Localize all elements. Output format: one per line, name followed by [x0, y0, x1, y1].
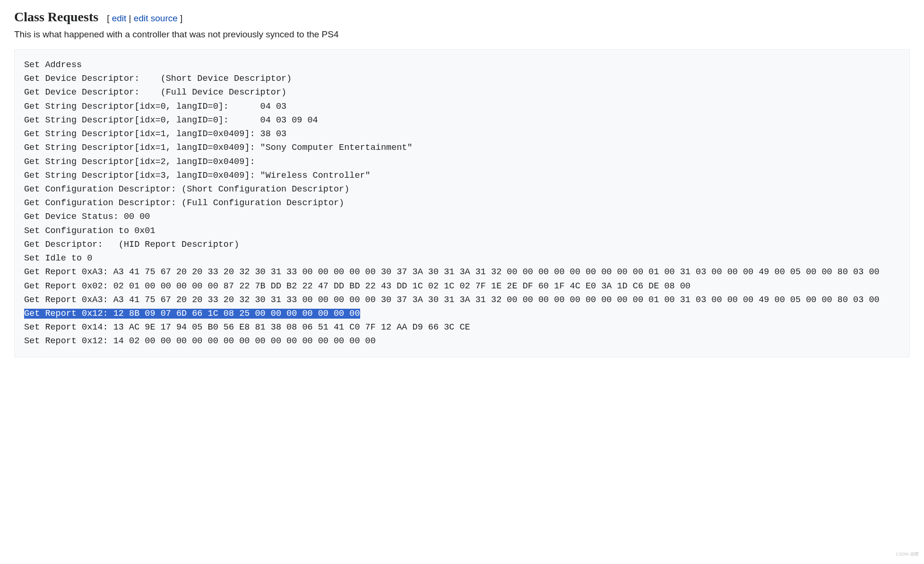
code-line-highlighted: Get Report 0x12: 12 8B 09 07 6D 66 1C 08…	[24, 309, 360, 319]
section-description: This is what happened with a controller …	[14, 29, 910, 40]
code-line: Set Idle to 0	[24, 253, 92, 263]
code-line: Get Descriptor: (HID Report Descriptor)	[24, 240, 239, 250]
edit-sep: |	[126, 13, 134, 23]
code-line: Set Address	[24, 60, 82, 70]
code-line: Get String Descriptor[idx=2, langID=0x04…	[24, 157, 255, 167]
code-line: Get Device Descriptor: (Full Device Desc…	[24, 87, 286, 97]
code-line: Get Report 0xA3: A3 41 75 67 20 20 33 20…	[24, 295, 880, 305]
bracket-open: [	[107, 13, 112, 23]
edit-link[interactable]: edit	[112, 13, 127, 23]
code-line: Get String Descriptor[idx=0, langID=0]: …	[24, 115, 318, 125]
section-heading: Class Requests	[14, 9, 98, 25]
bracket-close: ]	[178, 13, 183, 23]
code-line: Get Device Descriptor: (Short Device Des…	[24, 74, 292, 84]
code-line: Get String Descriptor[idx=3, langID=0x04…	[24, 171, 371, 181]
code-line: Get Configuration Descriptor: (Full Conf…	[24, 198, 344, 208]
code-line: Get String Descriptor[idx=1, langID=0x04…	[24, 143, 413, 153]
code-line: Get Configuration Descriptor: (Short Con…	[24, 184, 349, 194]
code-line: Get Device Status: 00 00	[24, 212, 150, 222]
code-line: Get Report 0x02: 02 01 00 00 00 00 00 87…	[24, 281, 691, 291]
code-line: Get String Descriptor[idx=0, langID=0]: …	[24, 102, 286, 112]
edit-links: [ edit | edit source ]	[107, 13, 182, 24]
code-line: Set Configuration to 0x01	[24, 226, 155, 236]
code-line: Set Report 0x14: 13 AC 9E 17 94 05 B0 56…	[24, 322, 470, 332]
code-block: Set Address Get Device Descriptor: (Shor…	[14, 49, 910, 357]
code-line: Get String Descriptor[idx=1, langID=0x04…	[24, 129, 286, 139]
code-line: Set Report 0x12: 14 02 00 00 00 00 00 00…	[24, 336, 376, 346]
code-line: Get Report 0xA3: A3 41 75 67 20 20 33 20…	[24, 267, 880, 277]
edit-source-link[interactable]: edit source	[134, 13, 178, 23]
